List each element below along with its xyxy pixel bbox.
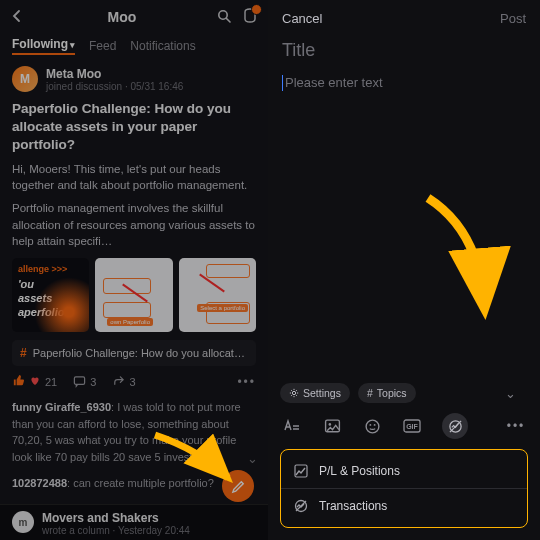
hash-icon: # xyxy=(367,387,373,399)
svg-rect-2 xyxy=(75,377,85,384)
more-tools-button[interactable]: ••• xyxy=(506,416,526,436)
chevron-down-icon[interactable]: ⌄ xyxy=(505,386,528,401)
comment-button[interactable]: 3 xyxy=(73,375,96,388)
text-format-button[interactable] xyxy=(282,416,302,436)
svg-line-1 xyxy=(227,18,231,22)
tab-feed[interactable]: Feed xyxy=(89,39,116,53)
text-caret xyxy=(282,75,283,91)
svg-point-6 xyxy=(366,420,379,433)
transactions-icon xyxy=(293,498,309,514)
post-title[interactable]: Paperfolio Challenge: How do you allocat… xyxy=(12,100,256,155)
tab-following[interactable]: Following▾ xyxy=(12,37,75,55)
pencil-icon xyxy=(231,479,246,494)
svg-text:GIF: GIF xyxy=(406,423,418,430)
heart-icon xyxy=(29,375,41,389)
like-button[interactable]: 21 xyxy=(12,374,57,389)
image-button[interactable] xyxy=(322,416,342,436)
post-actions: 21 3 3 ••• xyxy=(12,374,256,389)
post-thumbnails: allenge >>> 'ou assets aperfolio? own Pa… xyxy=(12,258,256,332)
transactions-option[interactable]: Transactions xyxy=(281,489,527,523)
svg-point-3 xyxy=(292,391,295,394)
emoji-button[interactable] xyxy=(362,416,382,436)
feed-tabs: Following▾ Feed Notifications xyxy=(0,34,268,58)
bottom-post[interactable]: m Movers and Shakers wrote a column · Ye… xyxy=(0,504,268,540)
settings-chip[interactable]: Settings xyxy=(280,383,350,403)
author-name: Meta Moo xyxy=(46,67,183,81)
thumbs-up-icon xyxy=(12,374,25,389)
header-title: Moo xyxy=(28,9,216,25)
author-subline: joined discussion · 05/31 16:46 xyxy=(46,81,183,92)
cart-badge xyxy=(251,4,262,15)
gif-button[interactable]: GIF xyxy=(402,416,422,436)
topic-link[interactable]: # Paperfolio Challenge: How do you alloc… xyxy=(12,340,256,366)
thumbnail-1[interactable]: allenge >>> 'ou assets aperfolio? xyxy=(12,258,89,332)
more-icon[interactable]: ••• xyxy=(237,375,256,389)
post-author[interactable]: M Meta Moo joined discussion · 05/31 16:… xyxy=(12,66,256,92)
positions-icon xyxy=(293,463,309,479)
back-icon[interactable] xyxy=(10,7,24,28)
tab-notifications[interactable]: Notifications xyxy=(130,39,195,53)
post: M Meta Moo joined discussion · 05/31 16:… xyxy=(0,58,268,540)
avatar: m xyxy=(12,511,34,533)
svg-point-7 xyxy=(369,423,371,425)
post-body-1: Hi, Mooers! This time, let's put our hea… xyxy=(12,161,256,194)
comment-2[interactable]: 102872488: can create multiple portfolio… xyxy=(12,475,256,492)
search-icon[interactable] xyxy=(216,8,232,27)
share-button[interactable]: 3 xyxy=(112,375,135,388)
left-header: Moo xyxy=(0,0,268,34)
thumbnail-2[interactable]: own Paperfolio xyxy=(95,258,172,332)
comment-icon xyxy=(73,375,86,388)
thumbnail-3[interactable]: Select a portfolio xyxy=(179,258,256,332)
cancel-button[interactable]: Cancel xyxy=(282,11,322,26)
compose-chips: Settings #Topics ⌄ xyxy=(268,383,540,403)
compose-toolbar: GIF ••• xyxy=(268,403,540,449)
compose-panel: Cancel Post Title Please enter text Sett… xyxy=(268,0,540,540)
gear-icon xyxy=(289,388,299,398)
compose-header: Cancel Post xyxy=(268,0,540,36)
post-button[interactable]: Post xyxy=(500,11,526,26)
avatar: M xyxy=(12,66,38,92)
title-input[interactable]: Title xyxy=(268,36,540,65)
body-input[interactable]: Please enter text xyxy=(268,65,540,100)
hash-icon: # xyxy=(20,346,27,360)
share-icon xyxy=(112,375,125,388)
svg-point-8 xyxy=(373,423,375,425)
topics-chip[interactable]: #Topics xyxy=(358,383,416,403)
svg-rect-13 xyxy=(295,465,307,477)
comment-1[interactable]: funny Giraffe_6930: I was told to not pu… xyxy=(12,399,256,465)
insert-trade-popover: P/L & Positions Transactions xyxy=(280,449,528,528)
cart-icon[interactable] xyxy=(242,8,258,27)
insert-trade-button[interactable] xyxy=(442,413,468,439)
pl-positions-option[interactable]: P/L & Positions xyxy=(281,454,527,488)
post-body-2: Portfolio management involves the skillf… xyxy=(12,200,256,250)
compose-fab[interactable] xyxy=(222,470,254,502)
feed-panel: Moo Following▾ Feed Notifications M Meta… xyxy=(0,0,268,540)
svg-point-5 xyxy=(328,423,331,426)
